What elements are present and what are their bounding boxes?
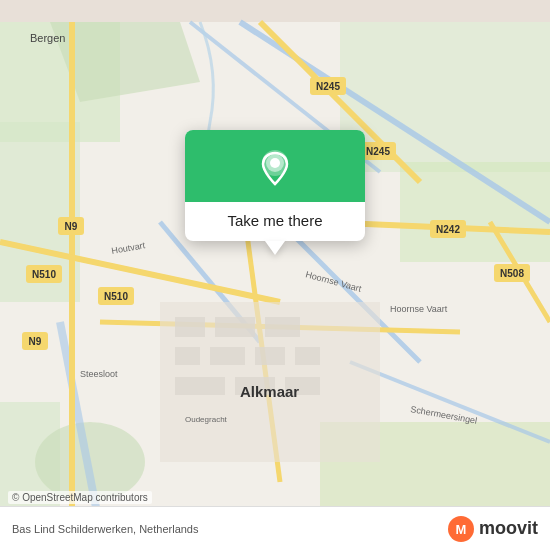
moovit-text: moovit bbox=[479, 518, 538, 539]
svg-text:N508: N508 bbox=[500, 268, 524, 279]
svg-text:Alkmaar: Alkmaar bbox=[240, 383, 299, 400]
svg-rect-28 bbox=[255, 347, 285, 365]
moovit-logo: M moovit bbox=[447, 515, 538, 543]
svg-rect-24 bbox=[215, 317, 255, 337]
bottom-bar: Bas Lind Schilderwerken, Netherlands M m… bbox=[0, 506, 550, 550]
pin-area bbox=[185, 130, 365, 202]
svg-rect-27 bbox=[210, 347, 245, 365]
svg-text:N245: N245 bbox=[366, 146, 390, 157]
svg-text:Steesloot: Steesloot bbox=[80, 369, 118, 379]
svg-text:N510: N510 bbox=[32, 269, 56, 280]
svg-text:N245: N245 bbox=[316, 81, 340, 92]
moovit-brand-icon: M bbox=[447, 515, 475, 543]
svg-rect-29 bbox=[295, 347, 320, 365]
svg-text:N510: N510 bbox=[104, 291, 128, 302]
svg-text:N9: N9 bbox=[65, 221, 78, 232]
svg-rect-26 bbox=[175, 347, 200, 365]
place-name-label: Bas Lind Schilderwerken, Netherlands bbox=[12, 523, 199, 535]
svg-rect-30 bbox=[175, 377, 225, 395]
svg-text:Oudegracht: Oudegracht bbox=[185, 415, 228, 424]
svg-rect-25 bbox=[265, 317, 300, 337]
svg-text:N242: N242 bbox=[436, 224, 460, 235]
svg-text:N9: N9 bbox=[29, 336, 42, 347]
take-me-there-button[interactable]: Take me there bbox=[185, 202, 365, 241]
location-popup: Take me there bbox=[185, 130, 365, 241]
svg-text:M: M bbox=[456, 522, 467, 537]
location-pin-icon bbox=[255, 148, 295, 188]
svg-text:Hoornse Vaart: Hoornse Vaart bbox=[390, 304, 448, 314]
osm-attribution: © OpenStreetMap contributors bbox=[8, 491, 152, 504]
svg-point-59 bbox=[270, 158, 280, 168]
svg-rect-23 bbox=[175, 317, 205, 337]
svg-text:Bergen: Bergen bbox=[30, 32, 65, 44]
map-container: N9 N9 N510 N510 N245 N245 N242 N508 Berg… bbox=[0, 0, 550, 550]
